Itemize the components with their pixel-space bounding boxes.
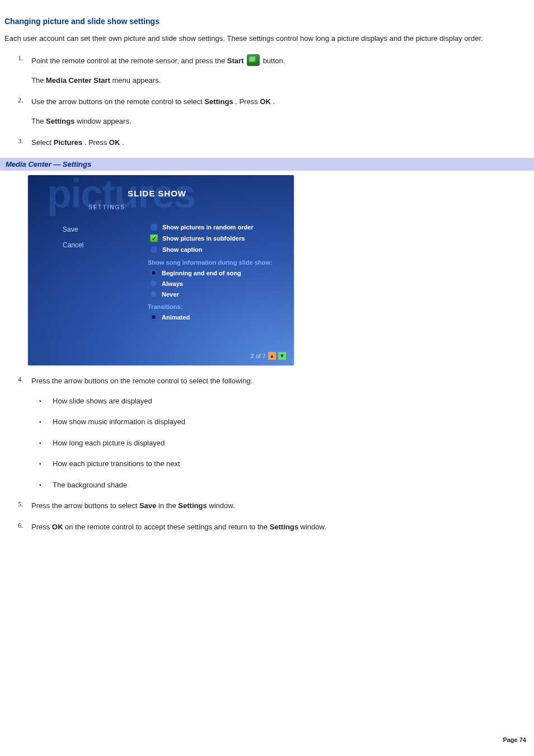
checkbox-caption[interactable]: Show caption [150, 246, 283, 253]
radio-animated[interactable]: Animated [150, 313, 283, 321]
media-center-screenshot: pictures SETTINGS SLIDE SHOW Save Cancel… [28, 175, 294, 365]
checkbox-icon [150, 246, 158, 253]
checkbox-subfolders[interactable]: ✓ Show pictures in subfolders [150, 234, 283, 242]
step-4: Press the arrow buttons on the remote co… [31, 375, 530, 490]
checkbox-checked-icon: ✓ [150, 234, 158, 242]
page-up-button[interactable]: ▲ [268, 352, 276, 360]
page-number: Page 74 [503, 736, 526, 743]
cancel-button[interactable]: Cancel [63, 241, 83, 249]
step-3: Select Pictures . Press OK . [31, 137, 530, 148]
screenshot-caption-bar: Media Center — Settings [0, 158, 534, 171]
media-center-start-icon [247, 54, 260, 66]
step-number: 4. [18, 375, 23, 384]
radio-always[interactable]: Always [150, 280, 283, 287]
step-number: 1. [18, 54, 23, 63]
bullet-item: How long each picture is displayed [39, 438, 530, 449]
radio-selected-icon [150, 313, 157, 321]
step-5: Press the arrow buttons to select Save i… [31, 500, 530, 511]
radio-icon [150, 290, 157, 298]
checkbox-icon [150, 223, 158, 231]
group-label-transitions: Transitions: [148, 303, 283, 310]
pager-label: 2 of 7 [250, 353, 266, 359]
step-number: 2. [18, 96, 23, 105]
step-number: 6. [18, 522, 23, 530]
radio-icon [150, 280, 157, 287]
step-2: Use the arrow buttons on the remote cont… [31, 96, 530, 127]
checkbox-random-order[interactable]: Show pictures in random order [150, 223, 283, 231]
radio-beginning-end[interactable]: Beginning and end of song [150, 269, 283, 276]
radio-never[interactable]: Never [150, 290, 283, 298]
step-number: 3. [18, 137, 23, 145]
breadcrumb-settings: SETTINGS [88, 204, 125, 210]
group-label-song-info: Show song information during slide show: [148, 259, 283, 266]
page-down-button[interactable]: ▼ [278, 352, 286, 360]
section-heading: Changing picture and slide show settings [4, 17, 530, 26]
step-6: Press OK on the remote control to accept… [31, 522, 530, 533]
bullet-item: How show music information is displayed [39, 416, 530, 428]
step-number: 5. [18, 500, 23, 509]
bullet-item: How slide shows are displayed [39, 396, 530, 407]
radio-selected-icon [150, 269, 157, 276]
panel-title: SLIDE SHOW [128, 189, 186, 198]
bullet-item: How each picture transitions to the next [39, 458, 530, 469]
bullet-item: The background shade [39, 480, 530, 491]
intro-paragraph: Each user account can set their own pict… [4, 34, 530, 44]
step-1: Point the remote control at the remote s… [31, 54, 530, 86]
save-button[interactable]: Save [63, 226, 83, 233]
